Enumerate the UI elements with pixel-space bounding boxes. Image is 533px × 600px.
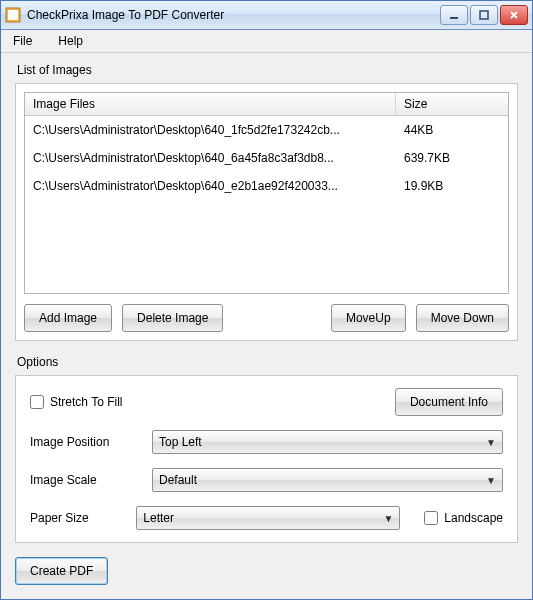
cell-file: C:\Users\Administrator\Desktop\640_6a45f… bbox=[25, 147, 396, 169]
landscape-label: Landscape bbox=[444, 511, 503, 525]
image-position-row: Image Position Top Left ▼ bbox=[30, 430, 503, 454]
client-area: List of Images Image Files Size C:\Users… bbox=[1, 53, 532, 547]
column-header-size[interactable]: Size bbox=[396, 93, 508, 115]
app-icon bbox=[5, 7, 21, 23]
list-group: Image Files Size C:\Users\Administrator\… bbox=[15, 83, 518, 341]
window-title: CheckPrixa Image To PDF Converter bbox=[27, 8, 440, 22]
stretch-checkbox-input[interactable] bbox=[30, 395, 44, 409]
table-row[interactable]: C:\Users\Administrator\Desktop\640_1fc5d… bbox=[25, 116, 508, 144]
options-area: Stretch To Fill Document Info Image Posi… bbox=[24, 384, 509, 534]
stretch-row: Stretch To Fill Document Info bbox=[30, 388, 503, 416]
menu-help[interactable]: Help bbox=[54, 32, 87, 50]
paper-size-combo[interactable]: Letter ▼ bbox=[136, 506, 400, 530]
svg-rect-1 bbox=[8, 10, 18, 20]
add-image-button[interactable]: Add Image bbox=[24, 304, 112, 332]
move-up-button[interactable]: MoveUp bbox=[331, 304, 406, 332]
table-row[interactable]: C:\Users\Administrator\Desktop\640_e2b1a… bbox=[25, 172, 508, 200]
options-section-label: Options bbox=[17, 355, 518, 369]
menu-file[interactable]: File bbox=[9, 32, 36, 50]
svg-rect-2 bbox=[450, 17, 458, 19]
close-button[interactable] bbox=[500, 5, 528, 25]
menubar: File Help bbox=[1, 30, 532, 53]
create-pdf-button[interactable]: Create PDF bbox=[15, 557, 108, 585]
chevron-down-icon: ▼ bbox=[486, 437, 496, 448]
paper-size-label: Paper Size bbox=[30, 511, 124, 525]
image-position-label: Image Position bbox=[30, 435, 140, 449]
cell-size: 639.7KB bbox=[396, 147, 508, 169]
combo-value: Default bbox=[159, 473, 197, 487]
cell-size: 44KB bbox=[396, 119, 508, 141]
options-group: Stretch To Fill Document Info Image Posi… bbox=[15, 375, 518, 543]
chevron-down-icon: ▼ bbox=[486, 475, 496, 486]
chevron-down-icon: ▼ bbox=[383, 513, 393, 524]
svg-rect-3 bbox=[480, 11, 488, 19]
window-controls bbox=[440, 5, 528, 25]
column-header-file[interactable]: Image Files bbox=[25, 93, 396, 115]
combo-value: Letter bbox=[143, 511, 174, 525]
cell-size: 19.9KB bbox=[396, 175, 508, 197]
list-section-label: List of Images bbox=[17, 63, 518, 77]
image-list[interactable]: Image Files Size C:\Users\Administrator\… bbox=[24, 92, 509, 294]
document-info-button[interactable]: Document Info bbox=[395, 388, 503, 416]
landscape-checkbox[interactable]: Landscape bbox=[424, 511, 503, 525]
footer: Create PDF bbox=[1, 547, 532, 599]
landscape-checkbox-input[interactable] bbox=[424, 511, 438, 525]
maximize-button[interactable] bbox=[470, 5, 498, 25]
titlebar: CheckPrixa Image To PDF Converter bbox=[1, 1, 532, 30]
spacer bbox=[233, 304, 321, 332]
stretch-checkbox[interactable]: Stretch To Fill bbox=[30, 395, 122, 409]
paper-size-row: Paper Size Letter ▼ Landscape bbox=[30, 506, 503, 530]
delete-image-button[interactable]: Delete Image bbox=[122, 304, 223, 332]
app-window: CheckPrixa Image To PDF Converter File H… bbox=[0, 0, 533, 600]
minimize-button[interactable] bbox=[440, 5, 468, 25]
image-scale-label: Image Scale bbox=[30, 473, 140, 487]
list-button-row: Add Image Delete Image MoveUp Move Down bbox=[24, 304, 509, 332]
image-scale-combo[interactable]: Default ▼ bbox=[152, 468, 503, 492]
list-header: Image Files Size bbox=[25, 93, 508, 116]
image-scale-row: Image Scale Default ▼ bbox=[30, 468, 503, 492]
cell-file: C:\Users\Administrator\Desktop\640_1fc5d… bbox=[25, 119, 396, 141]
stretch-label: Stretch To Fill bbox=[50, 395, 122, 409]
cell-file: C:\Users\Administrator\Desktop\640_e2b1a… bbox=[25, 175, 396, 197]
table-row[interactable]: C:\Users\Administrator\Desktop\640_6a45f… bbox=[25, 144, 508, 172]
move-down-button[interactable]: Move Down bbox=[416, 304, 509, 332]
combo-value: Top Left bbox=[159, 435, 202, 449]
image-position-combo[interactable]: Top Left ▼ bbox=[152, 430, 503, 454]
